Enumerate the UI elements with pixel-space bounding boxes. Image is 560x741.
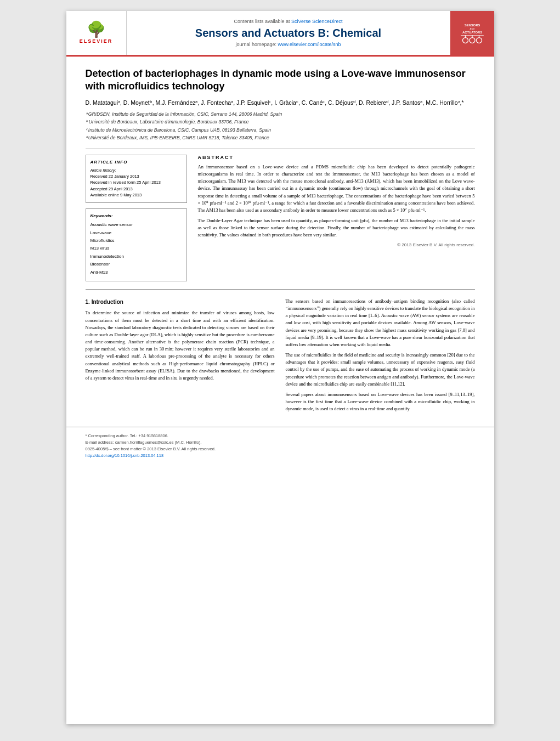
keyword-4: M13 virus: [90, 245, 182, 252]
section-intro-para-3: Several papers about immunosensors based…: [286, 391, 475, 413]
svg-text:ACTUATORS: ACTUATORS: [462, 31, 482, 34]
keyword-6: Biosensor: [90, 261, 182, 268]
keywords-box: Keywords: Acoustic wave sensor Love-wave…: [86, 208, 187, 281]
section-1-heading: 1. Introduction: [86, 298, 275, 307]
article-history: Article history: Received 22 January 201…: [90, 167, 182, 198]
section-1-number: 1.: [86, 299, 90, 305]
authors: D. Matataguiᵃ, D. Moynetᵇ, M.J. Fernánde…: [86, 99, 475, 108]
sensors-actuators-logo: SENSORS AND ACTUATORS: [450, 11, 494, 55]
doi-link: http://dx.doi.org/10.1016/j.snb.2013.04.…: [86, 452, 475, 459]
sciverse-anchor[interactable]: SciVerse ScienceDirect: [291, 19, 343, 24]
left-column: ARTICLE INFO Article history: Received 2…: [86, 155, 187, 281]
keywords-list: Acoustic wave sensor Love-wave Microflui…: [90, 221, 182, 276]
affiliation-d: ᵈ Université de Bordeaux, IMS, IPB-ENSEI…: [86, 134, 475, 142]
online-date: Available online 9 May 2013: [90, 192, 182, 198]
sciverse-link: Contents lists available at SciVerse Sci…: [234, 19, 342, 24]
section-intro-para-2: The use of microfluidics in the field of…: [286, 352, 475, 388]
section-1-para-1: To determine the source of infection and…: [86, 309, 275, 382]
affiliation-a: ᵃ GRIDSEN, Instituto de Seguridad de la …: [86, 111, 475, 118]
elsevier-logo: 🌳 ELSEVIER: [66, 11, 127, 55]
journal-homepage-link[interactable]: www.elsevier.com/locate/snb: [278, 42, 341, 47]
journal-homepage: journal homepage: www.elsevier.com/locat…: [235, 42, 341, 47]
copyright-notice: © 2013 Elsevier B.V. All rights reserved…: [198, 242, 475, 247]
header-center: Contents lists available at SciVerse Sci…: [127, 11, 450, 55]
body-two-column: 1. Introduction To determine the source …: [86, 298, 475, 416]
email-address: E-mail address: carmen.horrillaguemes@cs…: [86, 439, 475, 446]
body-col-left: 1. Introduction To determine the source …: [86, 298, 275, 416]
sensors-logo-svg: SENSORS AND ACTUATORS: [459, 20, 486, 47]
keyword-3: Microfluidics: [90, 237, 182, 245]
revised-date: Received in revised form 25 April 2013: [90, 179, 182, 185]
abstract-para-1: An immunosensor based on a Love-wave dev…: [198, 163, 475, 214]
abstract-text: An immunosensor based on a Love-wave dev…: [198, 163, 475, 239]
article-body: 1. Introduction To determine the source …: [86, 298, 475, 416]
section-intro-para-1: The sensors based on immunoreactions of …: [286, 298, 475, 348]
keyword-5: Immunodetection: [90, 253, 182, 261]
accepted-date: Accepted 29 April 2013: [90, 186, 182, 192]
page-footer: * Corresponding author. Tel.: +34 915618…: [66, 427, 494, 463]
authors-text: D. Matataguiᵃ, D. Moynetᵇ, M.J. Fernánde…: [86, 99, 464, 106]
keyword-1: Acoustic wave sensor: [90, 221, 182, 229]
received-date: Received 22 January 2013: [90, 173, 182, 179]
article-info-box: ARTICLE INFO Article history: Received 2…: [86, 155, 187, 203]
section-1-title: Introduction: [92, 299, 123, 305]
doi-anchor[interactable]: http://dx.doi.org/10.1016/j.snb.2013.04.…: [86, 453, 164, 458]
journal-title: Sensors and Actuators B: Chemical: [195, 26, 381, 39]
keywords-title: Keywords:: [90, 213, 182, 218]
journal-header: 🌳 ELSEVIER Contents lists available at S…: [66, 11, 494, 56]
elsevier-tree-icon: 🌳: [87, 22, 106, 37]
abstract-para-2: The Double-Layer Agar technique has been…: [198, 217, 475, 239]
elsevier-wordmark: ELSEVIER: [80, 38, 113, 44]
svg-text:AND: AND: [470, 27, 474, 30]
divider-2: [86, 289, 475, 290]
abstract-column: ABSTRACT An immunosensor based on a Love…: [198, 155, 475, 281]
article-title: Detection of bacteriophages in dynamic m…: [86, 67, 475, 93]
journal-page: 🌳 ELSEVIER Contents lists available at S…: [66, 11, 494, 724]
header-top: 🌳 ELSEVIER Contents lists available at S…: [66, 11, 494, 55]
affiliation-c: ᶜ Instituto de Microelectrónica de Barce…: [86, 127, 475, 134]
divider-1: [86, 149, 475, 149]
article-info-abstract-section: ARTICLE INFO Article history: Received 2…: [86, 155, 475, 281]
body-col-right: The sensors based on immunoreactions of …: [286, 298, 475, 416]
abstract-title: ABSTRACT: [198, 155, 475, 160]
corresponding-author: * Corresponding author. Tel.: +34 915618…: [86, 433, 475, 439]
affiliation-b: ᵇ Université de Bordeaux, Laboratoire d’…: [86, 118, 475, 126]
issn-notice: 0925-4005/$ – see front matter © 2013 El…: [86, 446, 475, 452]
article-info-title: ARTICLE INFO: [90, 160, 182, 165]
affiliations: ᵃ GRIDSEN, Instituto de Seguridad de la …: [86, 111, 475, 142]
content-area: Detection of bacteriophages in dynamic m…: [66, 56, 494, 427]
svg-text:SENSORS: SENSORS: [464, 24, 480, 27]
keyword-2: Love-wave: [90, 229, 182, 237]
history-label: Article history:: [90, 167, 182, 173]
keyword-7: Anti-M13: [90, 269, 182, 276]
